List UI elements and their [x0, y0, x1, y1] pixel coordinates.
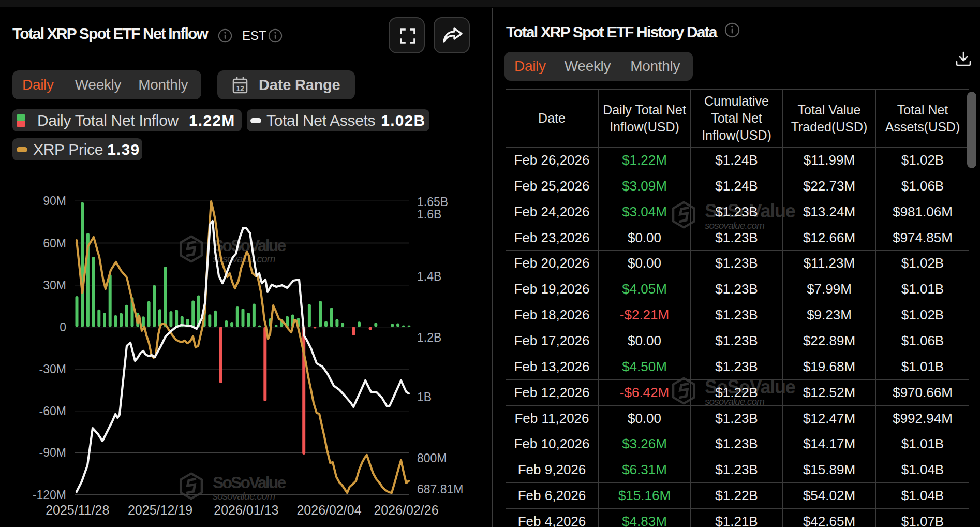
svg-text:2026/02/04: 2026/02/04	[296, 503, 361, 517]
svg-text:90M: 90M	[43, 194, 66, 208]
svg-text:-30M: -30M	[39, 362, 66, 376]
svg-text:687.81M: 687.81M	[417, 482, 464, 496]
svg-text:12: 12	[236, 84, 244, 93]
svg-text:1B: 1B	[417, 390, 432, 404]
svg-text:60M: 60M	[43, 237, 66, 250]
svg-text:1.65B: 1.65B	[417, 195, 448, 209]
svg-text:-120M: -120M	[33, 488, 66, 502]
svg-text:1.6B: 1.6B	[417, 208, 441, 221]
svg-text:2025/11/28: 2025/11/28	[46, 503, 109, 517]
svg-text:1.4B: 1.4B	[417, 270, 441, 283]
svg-text:-60M: -60M	[39, 404, 66, 418]
svg-text:2025/12/19: 2025/12/19	[128, 503, 192, 517]
svg-text:30M: 30M	[43, 279, 66, 292]
svg-text:800M: 800M	[417, 451, 447, 465]
svg-text:2026/01/13: 2026/01/13	[214, 503, 278, 517]
svg-text:2026/02/26: 2026/02/26	[374, 503, 438, 517]
svg-text:1.2B: 1.2B	[417, 331, 441, 344]
svg-text:0: 0	[60, 320, 66, 334]
svg-text:-90M: -90M	[39, 446, 66, 459]
